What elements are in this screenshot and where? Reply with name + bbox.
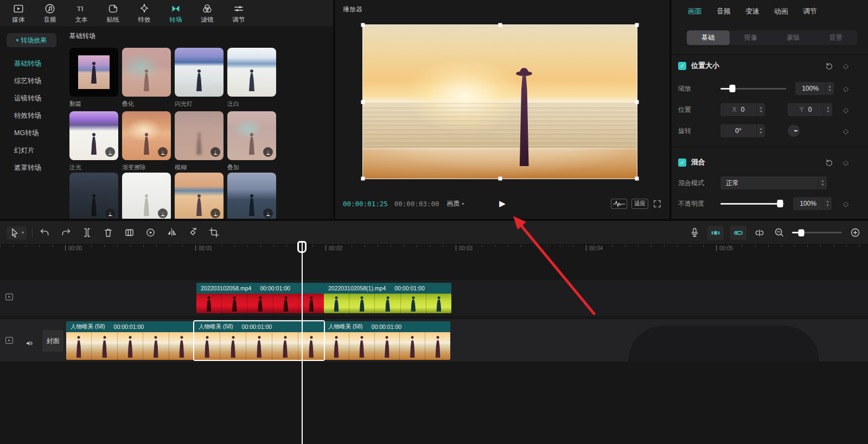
- clip-main-3[interactable]: 人物唯美 (58)00:00:01:00: [324, 321, 450, 360]
- position-x-box[interactable]: X0 ▲▼: [720, 103, 765, 116]
- subtab-basic[interactable]: 基础: [687, 30, 730, 45]
- category-variety[interactable]: 综艺转场: [14, 77, 63, 86]
- playhead-handle[interactable]: [297, 241, 307, 253]
- opacity-slider[interactable]: [720, 203, 784, 205]
- transition-card[interactable]: ↓: [175, 173, 224, 219]
- auto-snap-button[interactable]: [707, 226, 724, 240]
- toolbar-transitions[interactable]: 转场: [164, 3, 188, 24]
- download-icon[interactable]: ↓: [105, 208, 115, 218]
- keyframe-icon[interactable]: ◇: [843, 85, 848, 93]
- transition-card[interactable]: ↓: [122, 173, 171, 219]
- category-basic[interactable]: 基础转场: [14, 59, 63, 68]
- toolbar-text[interactable]: TI 文本: [69, 3, 93, 24]
- zoom-out-button[interactable]: [773, 226, 786, 239]
- resize-handle-n[interactable]: [498, 23, 502, 27]
- track-mute-icon[interactable]: [25, 339, 34, 348]
- undo-button[interactable]: [38, 226, 51, 239]
- transition-card-overlay[interactable]: ↓: [227, 111, 276, 160]
- fullscreen-icon[interactable]: [653, 199, 662, 208]
- download-icon[interactable]: ↓: [158, 147, 168, 157]
- tab-animation[interactable]: 动画: [774, 7, 788, 20]
- position-y-box[interactable]: Y0 ▲▼: [788, 103, 832, 116]
- toolbar-adjust[interactable]: 调节: [227, 3, 251, 24]
- select-tool[interactable]: ▾: [7, 226, 27, 239]
- record-voiceover-button[interactable]: [688, 226, 701, 239]
- freeze-frame-button[interactable]: [123, 226, 136, 239]
- transition-card[interactable]: ↓: [227, 173, 276, 219]
- tab-picture[interactable]: 画面: [688, 7, 702, 20]
- opacity-stepper[interactable]: ▲▼: [823, 197, 832, 210]
- rotate-stepper[interactable]: ▲▼: [756, 124, 765, 137]
- clip-video-1[interactable]: 202203102058.mp400:00:01:00: [196, 283, 324, 313]
- timeline-ruler[interactable]: 00:00 00:01 00:02 00:03 00:04 00:05: [0, 245, 868, 254]
- reset-icon[interactable]: [825, 61, 833, 70]
- reset-icon[interactable]: [825, 158, 833, 167]
- quality-dropdown[interactable]: 画质▾: [447, 199, 464, 208]
- category-slideshow[interactable]: 幻灯片: [14, 146, 63, 155]
- opacity-value-box[interactable]: 100% ▲▼: [793, 197, 832, 210]
- toolbar-media[interactable]: 媒体: [7, 3, 30, 24]
- transition-card[interactable]: ↓: [69, 173, 118, 219]
- split-button[interactable]: [80, 226, 93, 239]
- subtab-cutout[interactable]: 抠像: [730, 30, 773, 45]
- category-mg[interactable]: MG转场: [14, 129, 63, 138]
- blend-mode-stepper[interactable]: ▲▼: [818, 176, 827, 189]
- download-icon[interactable]: ↓: [158, 208, 168, 218]
- scale-slider[interactable]: [720, 88, 787, 90]
- category-effects[interactable]: 特效转场: [14, 111, 63, 120]
- transition-card-flash[interactable]: [175, 48, 224, 97]
- play-button[interactable]: ▶: [499, 199, 506, 208]
- resize-handle-nw[interactable]: [361, 23, 365, 27]
- blend-mode-dropdown[interactable]: 正常 ▲▼: [720, 176, 827, 189]
- opacity-slider-knob[interactable]: [777, 200, 783, 207]
- fit-button[interactable]: 适应: [631, 199, 648, 209]
- keyframe-icon[interactable]: ◇: [843, 62, 848, 70]
- rotate-button[interactable]: [186, 226, 199, 239]
- tab-audio[interactable]: 音频: [717, 7, 731, 20]
- tab-adjust[interactable]: 调节: [803, 7, 817, 20]
- timeline-zoom-knob[interactable]: [798, 229, 804, 236]
- main-track-toggle-icon[interactable]: [4, 335, 14, 345]
- delete-button[interactable]: [101, 226, 114, 239]
- keyframe-icon[interactable]: ◇: [843, 158, 848, 167]
- download-icon[interactable]: ↓: [105, 147, 115, 157]
- clip-main-2-selected[interactable]: 人物唯美 (58)00:00:01:00: [194, 321, 324, 360]
- waveform-button[interactable]: [611, 199, 627, 209]
- category-camera[interactable]: 运镜转场: [14, 94, 63, 103]
- redo-button[interactable]: [59, 226, 72, 239]
- overlay-track-toggle-icon[interactable]: [4, 292, 14, 302]
- toolbar-audio[interactable]: 音频: [38, 3, 62, 24]
- transition-card-fanbai[interactable]: [227, 48, 276, 97]
- rotate-dial[interactable]: [788, 125, 800, 137]
- transition-card-wipe[interactable]: ↓: [122, 111, 171, 160]
- rotate-value-box[interactable]: 0° ▲▼: [720, 124, 765, 137]
- reverse-button[interactable]: [144, 226, 157, 239]
- zoom-in-button[interactable]: [848, 226, 861, 239]
- download-icon[interactable]: ↓: [210, 208, 220, 218]
- unlink-button[interactable]: [753, 226, 766, 239]
- toolbar-sticker[interactable]: 贴纸: [101, 3, 125, 24]
- position-x-stepper[interactable]: ▲▼: [756, 103, 765, 116]
- resize-handle-se[interactable]: [635, 177, 639, 181]
- keyframe-icon[interactable]: ◇: [843, 200, 848, 208]
- resize-handle-e[interactable]: [635, 100, 639, 104]
- clip-main-1[interactable]: 人物唯美 (58)00:00:01:00: [66, 321, 194, 360]
- position-y-stepper[interactable]: ▲▼: [824, 103, 832, 116]
- resize-handle-ne[interactable]: [635, 23, 639, 27]
- download-icon[interactable]: ↓: [263, 208, 273, 218]
- resize-handle-s[interactable]: [498, 177, 502, 181]
- scale-value-box[interactable]: 100% ▲▼: [795, 82, 834, 95]
- preview-canvas[interactable]: [362, 24, 637, 179]
- transition-card-fanpian[interactable]: [69, 48, 118, 97]
- toolbar-effects[interactable]: 特效: [132, 3, 156, 24]
- resize-handle-w[interactable]: [361, 100, 365, 104]
- download-icon[interactable]: ↓: [210, 147, 220, 157]
- mirror-button[interactable]: [165, 226, 178, 239]
- transition-effects-dropdown[interactable]: ▾ 转场效果: [7, 33, 56, 47]
- link-preview-button[interactable]: [730, 226, 746, 240]
- timeline-zoom-slider[interactable]: [792, 232, 842, 233]
- clip-video-2[interactable]: 202203102058(1).mp400:00:01:00: [324, 283, 451, 313]
- keyframe-icon[interactable]: ◇: [843, 127, 848, 135]
- category-mask[interactable]: 遮罩转场: [14, 163, 63, 173]
- tab-speed[interactable]: 变速: [745, 7, 760, 20]
